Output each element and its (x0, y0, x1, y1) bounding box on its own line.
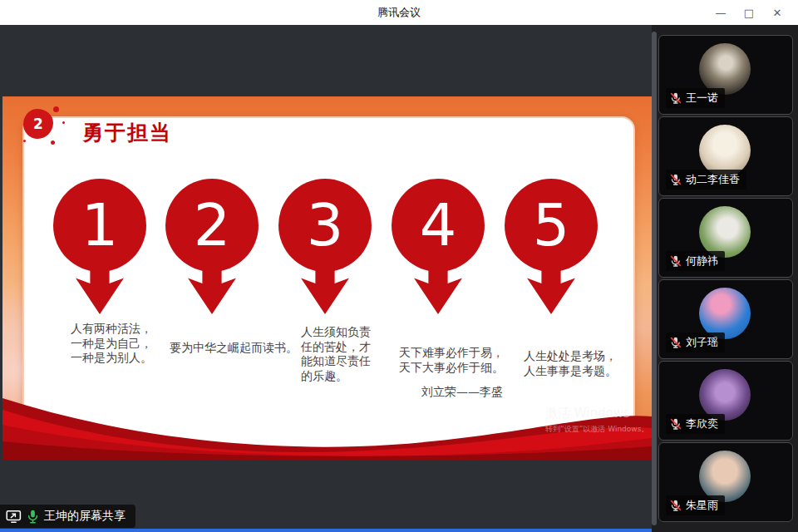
watermark-line1: 激活 Windows (545, 406, 648, 421)
participant-name: 李欣奕 (686, 416, 718, 431)
presentation-slide: 2 勇于担当 1 2 3 4 5 人有两种活法， 一种是为自己 (2, 96, 652, 460)
quote-text-5: 人生处处是考场， 人生事事是考题。 (524, 349, 617, 378)
slide-title: 勇于担当 (82, 119, 172, 146)
participant-tile[interactable]: 动二李佳香 (658, 116, 793, 196)
mic-muted-icon (670, 92, 682, 104)
participant-tile[interactable]: 李欣奕 (658, 361, 793, 441)
pin-circle: 1 (53, 179, 146, 272)
screen-share-icon (6, 510, 22, 524)
down-arrow-icon (414, 266, 462, 314)
participant-tile[interactable]: 何静祎 (658, 198, 793, 278)
participant-tile[interactable]: 刘子瑶 (658, 279, 793, 359)
pin-marker-4: 4 (392, 179, 485, 314)
participant-name: 何静祎 (686, 254, 718, 268)
mic-muted-icon (670, 337, 682, 348)
watermark-line2: 转到“设置”以激活 Windows。 (545, 424, 648, 435)
sidebar-resize-handle[interactable] (652, 32, 657, 525)
name-badge: 王一诺 (666, 88, 725, 108)
participants-sidebar: 王一诺 动二李佳香 (652, 25, 798, 532)
minimize-button[interactable]: — (707, 0, 735, 25)
avatar (699, 125, 751, 176)
close-button[interactable]: ✕ (763, 0, 791, 25)
quote-text-3: 人生须知负责 任的苦处，才 能知道尽责任 的乐趣。 (301, 325, 371, 383)
participant-name: 刘子瑶 (686, 335, 718, 350)
window-controls: — □ ✕ (707, 0, 791, 25)
participant-tile[interactable]: 王一诺 (658, 35, 793, 115)
name-badge: 李欣奕 (666, 414, 725, 434)
avatar (699, 206, 751, 258)
pin-marker-1: 1 (53, 179, 146, 314)
mic-muted-icon (670, 174, 682, 185)
windows-activation-watermark: 激活 Windows 转到“设置”以激活 Windows。 (545, 406, 648, 435)
maximize-button[interactable]: □ (735, 0, 763, 25)
down-arrow-icon (301, 266, 349, 314)
shared-screen-area: 2 勇于担当 1 2 3 4 5 人有两种活法， 一种是为自己 (0, 25, 652, 532)
pin-circle: 2 (165, 179, 259, 272)
quote-text-2: 要为中华之崛起而读书。 (170, 341, 298, 356)
pin-circle: 3 (278, 179, 372, 272)
name-badge: 何静祎 (666, 251, 725, 271)
avatar (699, 288, 751, 339)
quote-text-4: 天下难事必作于易， 天下大事必作于细。 (399, 346, 504, 375)
window-title: 腾讯会议 (377, 5, 421, 20)
title-bar: 腾讯会议 — □ ✕ (0, 0, 798, 25)
avatar (699, 43, 751, 95)
mic-muted-icon (670, 255, 682, 267)
participant-name: 王一诺 (686, 91, 718, 106)
screen-share-label: 王坤的屏幕共享 (44, 509, 126, 524)
down-arrow-icon (527, 266, 575, 314)
pin-circle: 5 (505, 179, 598, 272)
pin-marker-3: 3 (278, 179, 372, 314)
bottom-blue-strip (0, 529, 652, 532)
mic-muted-icon (670, 500, 682, 511)
down-arrow-icon (76, 266, 124, 314)
mic-on-icon (27, 510, 38, 524)
participant-name: 朱星雨 (686, 498, 718, 513)
name-badge: 动二李佳香 (666, 170, 746, 190)
participant-tile[interactable]: 朱星雨 (658, 442, 793, 522)
meeting-window: 腾讯会议 — □ ✕ 2 勇于担当 1 2 3 4 (0, 0, 798, 532)
pin-marker-5: 5 (505, 179, 598, 314)
participant-name: 动二李佳香 (686, 172, 740, 187)
pin-marker-2: 2 (165, 179, 259, 314)
pin-circle: 4 (392, 179, 485, 272)
quote-text-1: 人有两种活法， 一种是为自己， 一种是为别人。 (71, 322, 152, 366)
avatar (699, 369, 751, 421)
mic-muted-icon (670, 418, 682, 430)
down-arrow-icon (188, 266, 236, 314)
avatar (699, 451, 751, 502)
name-badge: 朱星雨 (666, 495, 725, 515)
name-badge: 刘子瑶 (666, 332, 725, 352)
screen-share-banner: 王坤的屏幕共享 (0, 505, 135, 528)
